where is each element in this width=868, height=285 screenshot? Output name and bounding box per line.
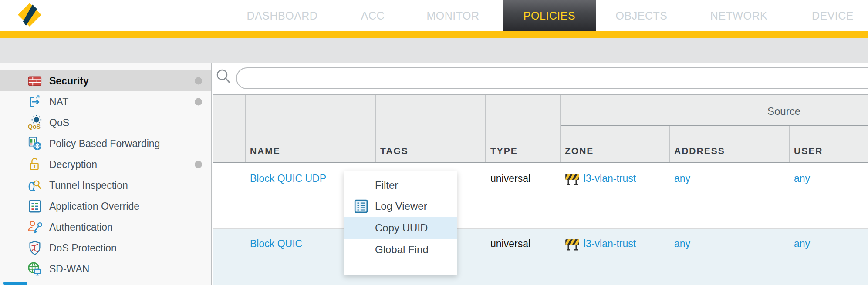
sidebar-item-nat[interactable]: NAT bbox=[0, 91, 211, 112]
tab-policies[interactable]: POLICIES bbox=[503, 0, 596, 31]
column-header-name[interactable]: NAME bbox=[250, 146, 280, 156]
column-divider bbox=[669, 126, 670, 163]
column-header-tags[interactable]: TAGS bbox=[380, 146, 409, 156]
user-link[interactable]: any bbox=[794, 238, 810, 250]
toolbar-band bbox=[0, 38, 868, 63]
security-icon bbox=[27, 73, 43, 89]
tunnel-inspection-icon bbox=[27, 178, 43, 193]
pan-logo-icon bbox=[16, 2, 44, 27]
rule-type-value: universal bbox=[490, 238, 530, 250]
menu-item-label: Log Viewer bbox=[375, 200, 427, 212]
tab-objects[interactable]: OBJECTS bbox=[609, 0, 674, 31]
sidebar-item-security[interactable]: Security bbox=[0, 70, 211, 91]
user-link[interactable]: any bbox=[794, 173, 810, 184]
sidebar-item-dos-protection[interactable]: DoS Protection bbox=[0, 238, 211, 258]
sd-wan-icon bbox=[27, 261, 43, 277]
tab-acc[interactable]: ACC bbox=[355, 0, 390, 31]
search-input[interactable] bbox=[247, 70, 864, 87]
sidebar-item-label: Authentication bbox=[49, 221, 113, 233]
table-header: Source NAME TAGS TYPE ZONE ADDRESS USER bbox=[213, 94, 868, 163]
device-model-title: PA-220 bbox=[50, 4, 113, 25]
policies-sidebar: Security NAT QoS QoS bbox=[0, 63, 212, 285]
sidebar-item-label: Decryption bbox=[49, 159, 97, 171]
rule-type-value: universal bbox=[490, 173, 530, 184]
decryption-icon bbox=[27, 157, 43, 172]
menu-item-label: Filter bbox=[375, 179, 398, 191]
column-header-user[interactable]: USER bbox=[794, 146, 823, 156]
sidebar-item-application-override[interactable]: Application Override bbox=[0, 196, 211, 217]
sidebar-item-label: Security bbox=[49, 75, 89, 87]
application-override-icon bbox=[27, 198, 43, 214]
sidebar-item-qos[interactable]: QoS QoS bbox=[0, 112, 211, 133]
sidebar-item-label: Policy Based Forwarding bbox=[49, 138, 160, 150]
column-header-address[interactable]: ADDRESS bbox=[674, 146, 725, 156]
table-row[interactable]: Block QUIC universal l3-vlan-trust any a… bbox=[213, 229, 868, 285]
sidebar-item-decryption[interactable]: Decryption bbox=[0, 154, 211, 175]
menu-item-label: Global Find bbox=[375, 244, 429, 256]
column-header-zone[interactable]: ZONE bbox=[565, 146, 594, 156]
search-pill bbox=[236, 67, 868, 89]
context-menu-item-filter[interactable]: Filter bbox=[344, 175, 457, 196]
rule-count-dot bbox=[195, 77, 202, 85]
address-link[interactable]: any bbox=[674, 173, 690, 184]
sidebar-item-policy-based-forwarding[interactable]: Policy Based Forwarding bbox=[0, 133, 211, 154]
source-group-divider bbox=[560, 125, 868, 126]
sidebar-item-label: SD-WAN bbox=[49, 263, 89, 275]
tab-device[interactable]: DEVICE bbox=[804, 0, 861, 31]
column-divider bbox=[485, 95, 486, 163]
context-menu-item-log-viewer[interactable]: Log Viewer bbox=[344, 196, 457, 217]
search-icon bbox=[215, 68, 233, 86]
address-link[interactable]: any bbox=[674, 238, 690, 250]
column-header-type[interactable]: TYPE bbox=[490, 146, 518, 156]
rule-count-dot bbox=[195, 98, 202, 106]
nat-icon bbox=[27, 94, 43, 110]
authentication-icon bbox=[27, 219, 43, 235]
table-row[interactable]: Block QUIC UDP universal l3-vlan-trust a… bbox=[213, 163, 868, 229]
top-nav-bar: PA-220 DASHBOARD ACC MONITOR POLICIES OB… bbox=[0, 0, 868, 31]
context-menu-item-copy-uuid[interactable]: Copy UUID bbox=[344, 217, 457, 239]
tab-monitor[interactable]: MONITOR bbox=[418, 0, 488, 31]
zone-link[interactable]: l3-vlan-trust bbox=[584, 238, 636, 250]
svg-text:QoS: QoS bbox=[28, 123, 41, 130]
search-row bbox=[213, 63, 868, 94]
sidebar-item-label: Tunnel Inspection bbox=[49, 180, 128, 191]
zone-barrier-icon bbox=[565, 172, 580, 186]
sidebar-item-label: DoS Protection bbox=[49, 242, 117, 254]
sidebar-horizontal-scrollbar-thumb[interactable] bbox=[3, 282, 27, 285]
policy-based-forwarding-icon bbox=[27, 136, 43, 151]
sidebar-item-label: Application Override bbox=[49, 201, 139, 212]
dos-protection-icon bbox=[27, 240, 43, 256]
log-viewer-icon bbox=[354, 199, 368, 214]
source-group-header: Source bbox=[758, 105, 810, 117]
rule-count-dot bbox=[195, 161, 202, 168]
sidebar-item-sd-wan[interactable]: SD-WAN bbox=[0, 258, 211, 279]
qos-icon: QoS bbox=[27, 115, 43, 131]
column-divider bbox=[560, 95, 561, 163]
sidebar-item-label: NAT bbox=[49, 96, 68, 108]
zone-link[interactable]: l3-vlan-trust bbox=[584, 173, 636, 184]
column-divider bbox=[375, 95, 376, 163]
column-divider bbox=[245, 95, 246, 163]
column-divider bbox=[789, 126, 790, 163]
brand: PA-220 bbox=[16, 0, 113, 31]
context-menu-item-global-find[interactable]: Global Find bbox=[344, 239, 457, 260]
menu-item-label: Copy UUID bbox=[375, 222, 428, 234]
sidebar-item-authentication[interactable]: Authentication bbox=[0, 217, 211, 238]
context-menu: Filter Log Viewer Copy UUID Global Find bbox=[344, 171, 457, 275]
rule-name-link[interactable]: Block QUIC bbox=[250, 238, 302, 250]
rule-name-link[interactable]: Block QUIC UDP bbox=[250, 173, 326, 184]
tab-dashboard[interactable]: DASHBOARD bbox=[241, 0, 324, 31]
zone-barrier-icon bbox=[565, 237, 580, 251]
accent-bar bbox=[0, 31, 868, 38]
sidebar-item-label: QoS bbox=[49, 117, 69, 129]
sidebar-item-tunnel-inspection[interactable]: Tunnel Inspection bbox=[0, 175, 211, 196]
tab-network[interactable]: NETWORK bbox=[701, 0, 777, 31]
policies-table-panel: Source NAME TAGS TYPE ZONE ADDRESS USER … bbox=[213, 63, 868, 285]
